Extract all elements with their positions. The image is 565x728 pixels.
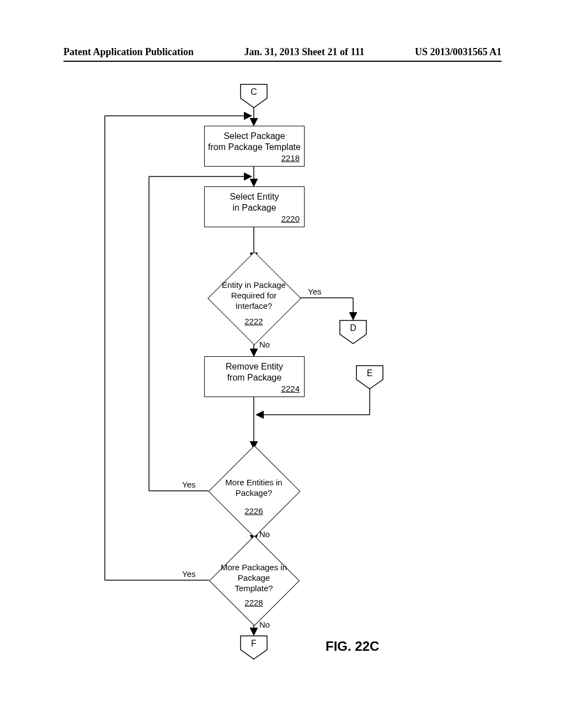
d2222-l3: Interface? <box>236 301 273 311</box>
page-header: Patent Application Publication Jan. 31, … <box>63 46 502 62</box>
process-2224-line1: Remove Entity <box>226 362 283 371</box>
offpage-connector-e: E <box>356 365 383 389</box>
decision-2228-ref: 2228 <box>243 598 265 607</box>
d2228-l3: Template? <box>234 584 273 593</box>
d2226-l2: Package? <box>236 488 273 497</box>
d2228-l2: Package <box>238 573 270 582</box>
decision-2226-label: More Entities in Package? <box>220 478 288 499</box>
process-select-entity: Select Entity in Package 2220 <box>204 186 305 227</box>
decision-2222-label: Entity in Package Required for Interface… <box>215 280 292 311</box>
edge-2226-no: No <box>259 529 270 539</box>
d2222-l1: Entity in Package <box>222 280 286 290</box>
header-left: Patent Application Publication <box>63 46 194 58</box>
decision-2222-ref: 2222 <box>243 317 265 326</box>
connector-e-label: E <box>356 368 383 378</box>
connector-d-label: D <box>339 323 367 333</box>
header-center: Jan. 31, 2013 Sheet 21 of 111 <box>244 46 364 58</box>
offpage-connector-d: D <box>339 320 367 344</box>
d2222-l2: Required for <box>231 291 277 300</box>
flowchart: C Select Package from Package Template 2… <box>0 77 565 684</box>
process-2220-ref: 2220 <box>281 214 300 224</box>
d2228-l1: More Packages in <box>221 563 287 572</box>
edge-2222-no: No <box>259 340 270 349</box>
process-2218-ref: 2218 <box>281 153 300 164</box>
process-select-package: Select Package from Package Template 221… <box>204 126 305 167</box>
process-2220-line1: Select Entity <box>230 192 279 201</box>
process-remove-entity: Remove Entity from Package 2224 <box>204 356 305 397</box>
edge-2222-yes: Yes <box>308 287 321 296</box>
edge-2228-no: No <box>259 620 270 629</box>
decision-2226-ref: 2226 <box>243 506 265 516</box>
header-right: US 2013/0031565 A1 <box>415 46 502 58</box>
process-2224-line2: from Package <box>227 373 282 382</box>
process-2218-line2: from Package Template <box>208 142 301 152</box>
offpage-connector-c: C <box>240 84 268 108</box>
page: Patent Application Publication Jan. 31, … <box>0 0 565 728</box>
process-2220-line2: in Package <box>232 203 276 212</box>
edge-2228-yes: Yes <box>182 569 195 579</box>
process-2224-ref: 2224 <box>281 384 300 394</box>
decision-2228-label: More Packages in Package Template? <box>218 563 289 593</box>
connector-f-label: F <box>240 639 268 649</box>
process-2218-line1: Select Package <box>223 131 285 141</box>
connector-c-label: C <box>240 87 268 97</box>
edge-2226-yes: Yes <box>182 480 195 489</box>
d2226-l1: More Entities in <box>225 478 282 487</box>
offpage-connector-f: F <box>240 635 268 660</box>
figure-label: FIG. 22C <box>326 639 379 654</box>
